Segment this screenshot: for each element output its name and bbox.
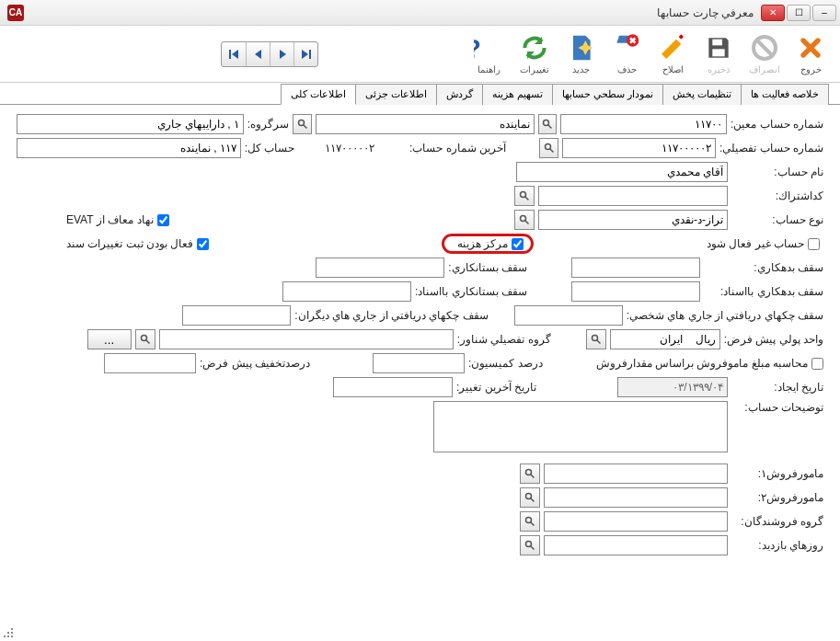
received-checks-others-input[interactable]: [182, 305, 291, 326]
account-type-lookup-button[interactable]: [514, 210, 535, 230]
sales-rep1-input[interactable]: [544, 464, 728, 484]
floating-group-input[interactable]: [159, 329, 454, 349]
tab-partial-info[interactable]: اطلاعات جزئی: [355, 84, 437, 105]
inactive-input[interactable]: [808, 238, 820, 250]
cost-center-checkbox[interactable]: مرکز هزینه: [457, 237, 524, 250]
debit-ceiling-doc-label: سقف بدهکاري بااسناد:: [704, 285, 823, 298]
help-button[interactable]: ? راهنما: [466, 30, 511, 77]
svg-line-25: [531, 522, 535, 526]
save-button[interactable]: ذخیره: [696, 30, 741, 77]
delete-button[interactable]: حذف: [604, 30, 649, 77]
main-account-no-input[interactable]: [560, 114, 727, 134]
new-button[interactable]: جدید: [558, 30, 603, 77]
changes-label: تغییرات: [520, 64, 549, 74]
commission-pct-input[interactable]: [373, 353, 465, 373]
maximize-window-button[interactable]: ☐: [787, 5, 811, 21]
sales-rep2-input[interactable]: [544, 487, 728, 508]
tab-general-info[interactable]: اطلاعات کلی: [281, 84, 356, 105]
svg-line-27: [531, 546, 535, 550]
sales-rep2-lookup-button[interactable]: [520, 487, 540, 508]
sub-account-no-input[interactable]: [562, 138, 716, 158]
tab-surface-chart[interactable]: نمودار سطحي حسابها: [552, 84, 663, 105]
last-account-no-value: ١١٧٠٠٠٠٠٢: [319, 142, 406, 155]
cancel-button[interactable]: انصراف: [742, 30, 787, 77]
svg-text:?: ?: [474, 33, 481, 63]
svg-line-17: [596, 340, 600, 344]
tab-allocation[interactable]: تسهیم هزینه: [482, 84, 553, 105]
prepay-discount-label: درصدتخفیف پیش فرض:: [200, 357, 310, 370]
active-changes-checkbox[interactable]: فعال بودن ثبت تغییرات سند: [66, 237, 209, 250]
resize-grip-icon[interactable]: [2, 626, 15, 639]
svg-line-19: [145, 340, 149, 344]
svg-line-15: [525, 221, 529, 224]
svg-line-11: [549, 149, 553, 153]
window-title: معرفي چارت حسابها: [24, 6, 761, 19]
new-icon: [566, 33, 595, 63]
inactive-label: حساب غیر فعال شود: [707, 237, 804, 250]
default-currency-input[interactable]: [610, 329, 720, 349]
svg-line-21: [531, 475, 535, 478]
sales-rep1-lookup-button[interactable]: [520, 464, 540, 484]
main-account-no-label: شماره حساب معین:: [731, 118, 823, 131]
debit-ceiling-doc-input[interactable]: [571, 281, 700, 302]
subscription-code-input[interactable]: [538, 186, 728, 206]
visit-days-lookup-button[interactable]: [520, 535, 540, 555]
credit-ceiling-doc-input[interactable]: [282, 281, 411, 302]
calc-sales-input[interactable]: [811, 358, 823, 370]
sub-account-lookup-button[interactable]: [539, 138, 558, 158]
active-changes-label: فعال بودن ثبت تغییرات سند: [66, 237, 193, 250]
account-desc-textarea[interactable]: [433, 401, 728, 452]
evat-exempt-label: نهاد معاف از EVAT: [66, 213, 154, 226]
seller-group-label: گروه فروشندگان:: [731, 515, 823, 528]
calc-sales-checkbox[interactable]: محاسبه مبلغ ماموفروش براساس مقدارفروش: [596, 357, 823, 370]
edit-button[interactable]: اصلاح: [650, 30, 695, 77]
account-name-input[interactable]: [516, 162, 728, 182]
seller-group-input[interactable]: [544, 511, 728, 532]
last-change-date-input[interactable]: [333, 377, 453, 397]
total-account-input[interactable]: [17, 138, 241, 158]
debit-ceiling-input[interactable]: [571, 258, 700, 278]
floating-group-more-button[interactable]: ...: [87, 329, 132, 349]
currency-lookup-button[interactable]: [586, 329, 606, 349]
representative-lookup-button[interactable]: [293, 114, 312, 134]
nav-next-button[interactable]: [270, 42, 293, 66]
exit-label: خروج: [800, 64, 822, 74]
seller-group-lookup-button[interactable]: [520, 511, 540, 532]
subscription-lookup-button[interactable]: [514, 186, 535, 206]
representative-input[interactable]: [316, 114, 534, 134]
svg-point-16: [592, 336, 597, 341]
account-type-input[interactable]: [538, 210, 728, 230]
cost-center-input[interactable]: [512, 238, 524, 250]
received-checks-personal-input[interactable]: [514, 305, 623, 326]
prepay-discount-input[interactable]: [104, 353, 196, 373]
cost-center-highlight: مرکز هزینه: [442, 234, 534, 254]
tab-broadcast[interactable]: تنظیمات پخش: [662, 84, 742, 105]
visit-days-input[interactable]: [544, 535, 728, 555]
group-head-input[interactable]: [17, 114, 244, 134]
active-changes-input[interactable]: [197, 238, 209, 250]
inactive-checkbox[interactable]: حساب غیر فعال شود: [707, 237, 820, 250]
exit-button[interactable]: خروج: [788, 30, 833, 77]
floating-group-lookup-button[interactable]: [135, 329, 155, 349]
cost-center-label: مرکز هزینه: [457, 237, 508, 250]
minimize-window-button[interactable]: –: [812, 5, 836, 21]
evat-exempt-checkbox[interactable]: نهاد معاف از EVAT: [66, 213, 169, 226]
credit-ceiling-input[interactable]: [316, 258, 444, 278]
delete-icon: [612, 33, 641, 63]
main-account-lookup-button[interactable]: [538, 114, 558, 134]
tab-turnover[interactable]: گردش: [436, 84, 483, 105]
sales-rep2-label: مامورفروش٢:: [731, 491, 823, 504]
nav-prev-button[interactable]: [246, 42, 270, 66]
svg-line-13: [525, 197, 529, 200]
new-label: جدید: [572, 64, 590, 74]
exit-icon: [796, 33, 825, 63]
evat-exempt-input[interactable]: [157, 214, 169, 226]
close-window-button[interactable]: ✕: [761, 5, 785, 21]
changes-button[interactable]: تغییرات: [512, 30, 557, 77]
nav-first-button[interactable]: [222, 42, 246, 66]
tab-summary[interactable]: خلاصه فعالیت ها: [741, 84, 829, 105]
help-icon: ?: [474, 33, 503, 63]
nav-last-button[interactable]: [293, 42, 317, 66]
last-account-no-label: آخرین شماره حساب:: [409, 142, 506, 155]
record-nav-group: [221, 41, 318, 67]
